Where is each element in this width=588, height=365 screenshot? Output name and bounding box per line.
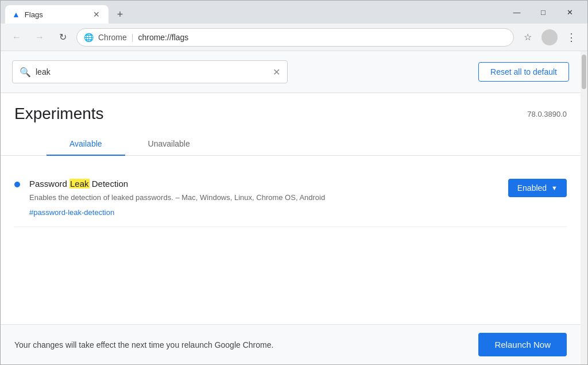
scroll-thumb[interactable] [582,55,586,89]
tab-icon: ▲ [12,10,20,19]
flag-control: Enabled ▼ [508,179,567,197]
experiments-title: Experiments [14,105,104,123]
search-icon: 🔍 [20,67,31,78]
reset-all-button[interactable]: Reset all to default [478,62,569,82]
scrollbar[interactable] [581,51,587,364]
relaunch-now-button[interactable]: Relaunch Now [478,333,567,356]
maximize-button[interactable]: □ [530,1,556,24]
flag-enabled-dropdown[interactable]: Enabled ▼ [508,179,567,197]
flag-content: Password Leak Detection Enables the dete… [29,179,499,217]
flag-name-prefix: Password [29,179,69,189]
flag-active-dot [14,182,20,187]
menu-button[interactable]: ⋮ [562,28,581,47]
flag-description: Enables the detection of leaked password… [29,192,499,203]
flag-name-suffix: Detection [90,179,129,189]
flag-name-highlight: Leak [69,179,90,189]
tab-title: Flags [25,10,87,19]
address-bar[interactable]: 🌐 Chrome | chrome://flags [76,28,514,47]
experiments-header: Experiments 78.0.3890.0 [1,93,581,128]
dropdown-arrow-icon: ▼ [551,185,558,191]
active-tab[interactable]: ▲ Flags ✕ [5,5,109,24]
tab-area: ▲ Flags ✕ + [5,1,129,24]
window-controls: — □ ✕ [504,1,583,24]
flag-name: Password Leak Detection [29,179,499,189]
flag-status-label: Enabled [517,183,547,193]
address-brand: Chrome [98,33,127,42]
close-button[interactable]: ✕ [556,1,583,24]
experiments-area: Experiments 78.0.3890.0 Available Unavai… [1,93,581,324]
search-box: 🔍 ✕ [12,60,288,83]
experiments-version: 78.0.3890.0 [527,110,567,118]
bottom-bar: Your changes will take effect the next t… [1,324,581,364]
minimize-button[interactable]: — [504,1,530,24]
tab-available[interactable]: Available [47,132,125,155]
browser-window: ▲ Flags ✕ + — □ ✕ ← → ↻ 🌐 Chrome | chrom… [0,0,588,365]
forward-button[interactable]: → [30,28,49,47]
page-main: 🔍 ✕ Reset all to default Experiments 78.… [1,51,581,364]
reload-button[interactable]: ↻ [53,28,72,47]
tab-close-button[interactable]: ✕ [91,9,102,20]
flag-link[interactable]: #password-leak-detection [29,208,114,217]
title-bar: ▲ Flags ✕ + — □ ✕ [1,1,587,24]
search-input[interactable] [36,67,268,76]
flag-item: Password Leak Detection Enables the dete… [14,170,567,227]
nav-bar: ← → ↻ 🌐 Chrome | chrome://flags ☆ ⋮ [1,24,587,51]
page: 🔍 ✕ Reset all to default Experiments 78.… [1,51,587,364]
address-separator: | [131,33,134,42]
search-bar-wrap: 🔍 ✕ Reset all to default [1,51,581,93]
tab-unavailable[interactable]: Unavailable [125,132,213,155]
flag-list: Password Leak Detection Enables the dete… [1,156,581,241]
profile-avatar[interactable] [541,29,558,45]
search-clear-button[interactable]: ✕ [273,67,280,78]
globe-icon: 🌐 [84,33,94,42]
experiments-tabs: Available Unavailable [1,132,581,156]
bookmark-button[interactable]: ☆ [519,28,537,47]
bottom-message: Your changes will take effect the next t… [14,340,478,349]
back-button[interactable]: ← [7,28,26,47]
address-url: chrome://flags [138,33,188,42]
new-tab-button[interactable]: + [111,5,129,24]
